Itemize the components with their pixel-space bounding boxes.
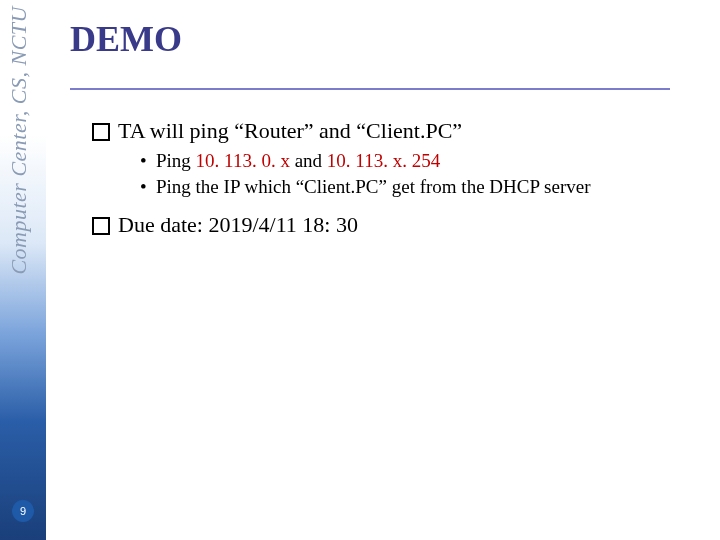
sidebar-label: Computer Center, CS, NCTU (6, 6, 32, 275)
bullet-list: TA will ping “Router” and “Client.PC” Pi… (70, 118, 660, 238)
bullet-2-text: Due date: 2019/4/11 18: 30 (118, 212, 358, 237)
sub1-part-a: Ping (156, 150, 196, 171)
title-underline (70, 88, 670, 90)
bullet-item-1: TA will ping “Router” and “Client.PC” (92, 118, 660, 144)
bullet-item-2: Due date: 2019/4/11 18: 30 (92, 212, 660, 238)
sub-list-1: Ping 10. 113. 0. x and 10. 113. x. 254 P… (140, 150, 660, 198)
sub1-ip-2: 10. 113. x. 254 (327, 150, 440, 171)
content-area: DEMO TA will ping “Router” and “Client.P… (70, 0, 710, 244)
sidebar-gradient: Computer Center, CS, NCTU (0, 0, 46, 540)
bullet-1-text: TA will ping “Router” and “Client.PC” (118, 118, 462, 143)
page-number-badge: 9 (12, 500, 34, 522)
sub1-part-c: and (290, 150, 327, 171)
sub-item-2: Ping the IP which “Client.PC” get from t… (140, 176, 660, 198)
sub-item-1: Ping 10. 113. 0. x and 10. 113. x. 254 (140, 150, 660, 172)
slide-title: DEMO (70, 18, 710, 60)
sub1-ip-1: 10. 113. 0. x (196, 150, 290, 171)
slide: Computer Center, CS, NCTU 9 DEMO TA will… (0, 0, 720, 540)
